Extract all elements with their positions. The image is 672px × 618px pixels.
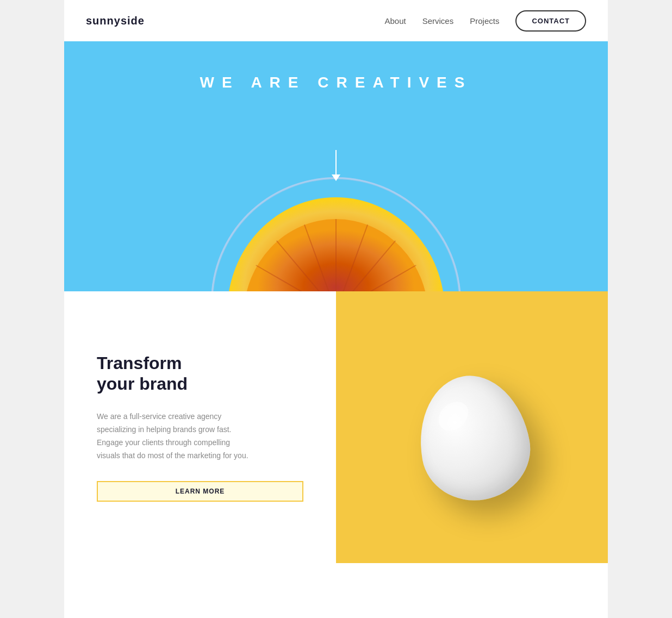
- egg-illustration: [409, 367, 538, 509]
- arrow-head: [332, 174, 340, 181]
- learn-more-button[interactable]: LEARN MORE: [97, 481, 303, 502]
- content-section: Transform your brand We are a full-servi…: [64, 291, 608, 563]
- section-title: Transform your brand: [97, 353, 303, 395]
- section-description: We are a full-service creative agency sp…: [97, 410, 249, 462]
- nav-projects[interactable]: Projects: [470, 16, 499, 26]
- scroll-down-arrow[interactable]: [332, 150, 340, 181]
- page-wrapper: sunnyside About Services Projects CONTAC…: [64, 0, 608, 618]
- header: sunnyside About Services Projects CONTAC…: [64, 0, 608, 41]
- fruit-plate: [211, 177, 461, 291]
- navigation: About Services Projects CONTACT: [384, 10, 586, 32]
- segment-line: [335, 219, 337, 291]
- contact-button[interactable]: CONTACT: [515, 10, 586, 32]
- text-panel: Transform your brand We are a full-servi…: [64, 291, 336, 563]
- hero-section: WE ARE CREATIVES: [64, 41, 608, 291]
- nav-services[interactable]: Services: [422, 16, 454, 26]
- logo: sunnyside: [86, 15, 145, 27]
- hero-title: WE ARE CREATIVES: [200, 74, 472, 91]
- orange-slice: [227, 197, 445, 291]
- arrow-line: [335, 150, 337, 174]
- nav-about[interactable]: About: [384, 16, 406, 26]
- image-panel: [336, 291, 608, 563]
